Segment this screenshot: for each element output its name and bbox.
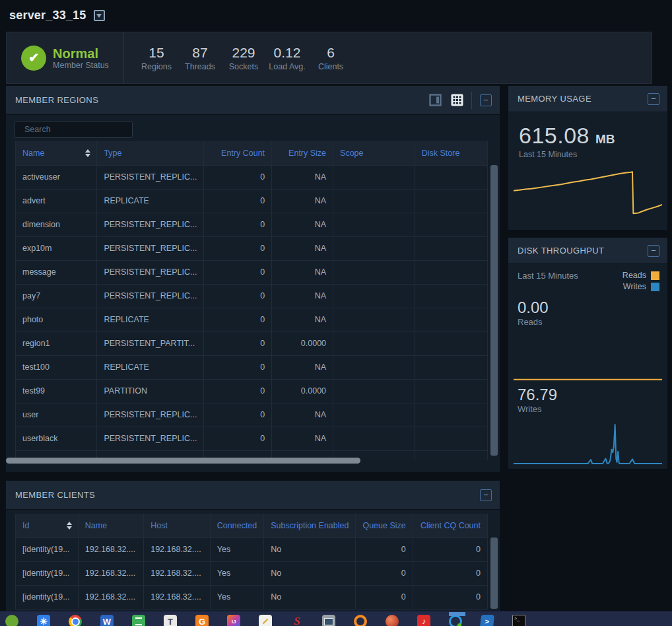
table-row[interactable]: region1PERSISTENT_PARTIT...00.0000 bbox=[16, 331, 488, 355]
taskbar-icon-screenshot[interactable] bbox=[322, 615, 335, 626]
taskbar-icon-app-green[interactable] bbox=[5, 615, 18, 626]
table-cell: 0 bbox=[356, 585, 413, 609]
taskbar-icon-textedit[interactable]: T bbox=[164, 615, 177, 626]
regions-search-box[interactable] bbox=[14, 121, 133, 138]
member-dropdown-button[interactable] bbox=[94, 10, 105, 21]
table-cell: 0 bbox=[413, 585, 487, 609]
table-row[interactable]: test100REPLICATE0NA bbox=[16, 355, 488, 379]
column-header-entry-count[interactable]: Entry Count bbox=[204, 141, 272, 165]
table-cell: NA bbox=[272, 189, 333, 213]
table-row[interactable]: test99PARTITION00.0000 bbox=[16, 379, 488, 403]
column-header-type[interactable]: Type bbox=[97, 141, 204, 165]
table-row[interactable]: messagePERSISTENT_REPLIC...0NA bbox=[16, 260, 488, 284]
column-header-client-cq-count[interactable]: Client CQ Count bbox=[413, 514, 487, 538]
table-row[interactable]: exp10mPERSISTENT_REPLIC...0NA bbox=[16, 236, 488, 260]
table-row[interactable]: userPERSISTENT_REPLIC...0NA bbox=[16, 403, 488, 427]
table-cell: advert bbox=[16, 189, 97, 213]
table-cell: 0 bbox=[204, 331, 272, 355]
collapse-icon[interactable]: − bbox=[480, 94, 492, 106]
table-row[interactable]: [identity(19...192.168.32....192.168.32.… bbox=[16, 538, 488, 561]
taskbar-icon-red-swirl[interactable] bbox=[386, 615, 399, 626]
table-cell: PARTITION bbox=[97, 379, 204, 403]
column-header-connected[interactable]: Connected bbox=[210, 514, 263, 538]
table-cell: 0 bbox=[413, 538, 487, 561]
table-row[interactable]: advertREPLICATE0NA bbox=[16, 189, 488, 213]
taskbar: ✳WTGIJS♪> bbox=[0, 611, 672, 626]
table-cell: test100 bbox=[16, 355, 97, 379]
table-row[interactable]: userblackPERSISTENT_REPLIC...0NA bbox=[16, 427, 488, 450]
disk-throughput-title: DISK THROUGHPUT bbox=[518, 246, 648, 256]
table-row[interactable]: activeuserPERSISTENT_REPLIC...0NA bbox=[16, 165, 488, 189]
search-input[interactable] bbox=[24, 125, 131, 134]
stat-label: Threads bbox=[178, 62, 222, 71]
table-cell bbox=[333, 165, 415, 189]
column-header-disk-store[interactable]: Disk Store bbox=[415, 141, 487, 165]
stat-item: 87Threads bbox=[178, 44, 222, 71]
table-cell: activeuser bbox=[16, 165, 97, 189]
table-cell: [identity(19... bbox=[16, 585, 79, 609]
memory-usage-title: MEMORY USAGE bbox=[518, 94, 648, 104]
collapse-icon[interactable]: − bbox=[648, 245, 659, 257]
table-row[interactable]: [identity(19...192.168.32....192.168.32.… bbox=[16, 561, 488, 585]
disk-subtitle: Last 15 Minutes bbox=[518, 271, 578, 293]
column-header-name[interactable]: Name bbox=[78, 514, 143, 538]
taskbar-icon-intellij[interactable]: IJ bbox=[227, 615, 240, 626]
regions-horizontal-scrollbar[interactable] bbox=[6, 458, 360, 464]
table-cell bbox=[333, 260, 415, 284]
taskbar-icon-red-script[interactable]: S bbox=[290, 615, 304, 626]
table-cell: 0 bbox=[356, 561, 413, 585]
taskbar-icon-word[interactable]: W bbox=[100, 615, 114, 626]
taskbar-icon-browser-ring[interactable] bbox=[449, 615, 462, 626]
table-cell bbox=[333, 308, 415, 331]
table-row[interactable]: pay7PERSISTENT_REPLIC...0NA bbox=[16, 284, 488, 308]
clients-vertical-scrollbar[interactable] bbox=[490, 538, 498, 609]
taskbar-icon-notes[interactable] bbox=[259, 615, 272, 626]
member-title-bar: server_33_15 bbox=[9, 5, 105, 25]
column-header-id[interactable]: Id bbox=[16, 514, 79, 538]
taskbar-icon-powershell[interactable]: > bbox=[480, 615, 494, 626]
disk-legend: Reads Writes bbox=[622, 271, 659, 293]
table-cell: NA bbox=[272, 213, 333, 236]
table-cell: NA bbox=[272, 236, 333, 260]
table-cell: 0 bbox=[356, 538, 413, 561]
stat-value: 6 bbox=[309, 44, 353, 61]
regions-vertical-scrollbar[interactable] bbox=[490, 165, 498, 456]
column-header-name[interactable]: Name bbox=[16, 141, 97, 165]
disk-reads-chart bbox=[514, 349, 662, 380]
table-cell: NA bbox=[272, 403, 333, 427]
legend-writes-label: Writes bbox=[623, 282, 646, 291]
table-cell: 192.168.32.... bbox=[78, 585, 143, 609]
table-cell: 0 bbox=[204, 189, 272, 213]
column-header-queue-size[interactable]: Queue Size bbox=[356, 514, 413, 538]
sort-icon[interactable] bbox=[67, 522, 72, 530]
table-row[interactable]: photoREPLICATE0NA bbox=[16, 308, 488, 331]
column-header-host[interactable]: Host bbox=[144, 514, 211, 538]
taskbar-icon-chrome[interactable] bbox=[69, 615, 82, 626]
table-cell: PERSISTENT_REPLIC... bbox=[97, 427, 204, 450]
taskbar-icon-sheets[interactable] bbox=[132, 615, 145, 626]
table-cell: PERSISTENT_REPLIC... bbox=[97, 403, 204, 427]
column-header-entry-size[interactable]: Entry Size bbox=[272, 141, 333, 165]
column-header-scope[interactable]: Scope bbox=[333, 141, 415, 165]
sort-icon[interactable] bbox=[85, 149, 90, 157]
taskbar-icon-g-orange[interactable]: G bbox=[195, 615, 209, 626]
taskbar-icon-star-blue[interactable]: ✳ bbox=[37, 615, 50, 626]
table-row[interactable]: [identity(19...192.168.32....192.168.32.… bbox=[16, 585, 488, 609]
detail-view-icon[interactable] bbox=[429, 94, 442, 106]
table-cell bbox=[333, 403, 415, 427]
table-cell bbox=[333, 284, 415, 308]
taskbar-icon-orange-ring[interactable] bbox=[354, 615, 367, 626]
grid-view-icon[interactable] bbox=[451, 94, 463, 106]
column-header-subscription-enabled[interactable]: Subscription Enabled bbox=[264, 514, 356, 538]
memory-subtitle: Last 15 Minutes bbox=[508, 149, 667, 159]
taskbar-icon-terminal[interactable] bbox=[512, 615, 525, 626]
table-row[interactable]: dimensionPERSISTENT_REPLIC...0NA bbox=[16, 213, 488, 236]
taskbar-icon-music-red[interactable]: ♪ bbox=[417, 615, 430, 626]
memory-usage-panel: MEMORY USAGE − 615.08 MB Last 15 Minutes bbox=[508, 86, 667, 230]
table-cell: 0 bbox=[204, 284, 272, 308]
collapse-icon[interactable]: − bbox=[480, 489, 492, 501]
table-cell: PERSISTENT_REPLIC... bbox=[97, 236, 204, 260]
collapse-icon[interactable]: − bbox=[648, 93, 659, 105]
status-ok-icon: ✔ bbox=[21, 46, 46, 71]
table-cell: photo bbox=[16, 308, 97, 331]
